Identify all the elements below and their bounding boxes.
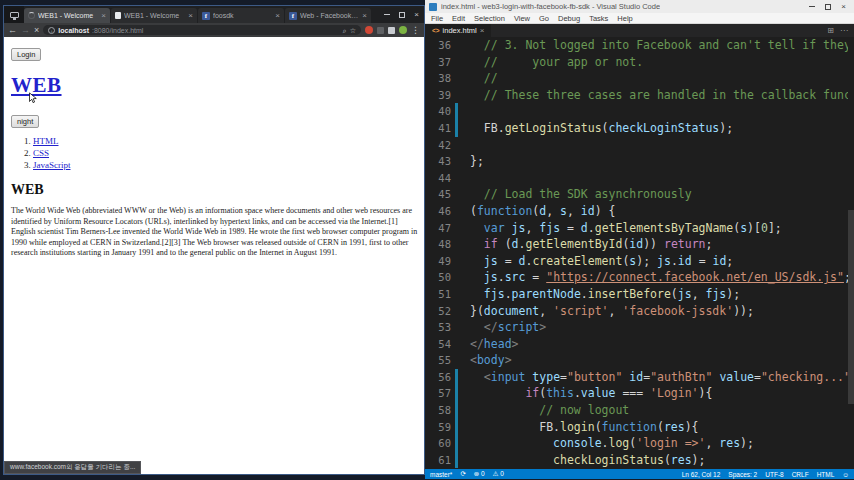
tab-title: WEB1 - Welcome (38, 12, 98, 19)
editor-tab-index-html[interactable]: <> index.html × (425, 24, 491, 37)
line-number: 47 (425, 220, 455, 237)
minimize-icon[interactable] (379, 6, 394, 23)
line-number: 56 (425, 369, 455, 386)
page-nav-link[interactable]: HTML (33, 136, 59, 146)
code-text: var js, fjs = d.getElementsByTagName(s)[… (470, 220, 782, 237)
git-modified-marker (455, 352, 458, 369)
git-modified-marker (455, 220, 458, 237)
menu-selection[interactable]: Selection (474, 14, 505, 23)
git-modified-marker (455, 253, 458, 270)
git-modified-marker (455, 435, 458, 452)
menu-tasks[interactable]: Tasks (589, 14, 608, 23)
forward-icon[interactable]: → (21, 26, 30, 35)
browser-window: WEB1 - Welcome×WEB1 - Welcome×ffoosdk×fW… (3, 5, 425, 475)
code-line: 45 // Load the SDK asynchronously (425, 186, 854, 203)
editor-tab-label: index.html (443, 26, 477, 35)
tab-close-icon[interactable]: × (362, 11, 367, 20)
code-line: 48 if (d.getElementById(id)) return; (425, 236, 854, 253)
menu-go[interactable]: Go (539, 14, 549, 23)
code-text: <input type="button" id="authBtn" value=… (470, 369, 854, 386)
sync-icon[interactable]: ⟳ (460, 470, 465, 478)
page-paragraph: The World Wide Web (abbreviated WWW or t… (11, 206, 419, 259)
code-line: 39 // These three cases are handled in t… (425, 87, 854, 104)
code-line: 38 // (425, 70, 854, 87)
page-nav-link[interactable]: JavaScript (33, 160, 71, 170)
loader-icon (28, 12, 35, 19)
errors-indicator[interactable]: ⊗ 0 (474, 470, 485, 478)
tab-close-icon[interactable]: × (275, 11, 280, 20)
zoom-icon[interactable]: ⌕ (343, 27, 347, 34)
vscode-logo-icon (429, 3, 437, 11)
line-number: 59 (425, 419, 455, 436)
tab-close-icon[interactable]: × (480, 26, 485, 35)
line-number: 51 (425, 286, 455, 303)
browser-tab[interactable]: WEB1 - Welcome× (111, 8, 197, 23)
browser-tab[interactable]: WEB1 - Welcome× (24, 8, 110, 23)
line-number: 58 (425, 402, 455, 419)
code-line: 36 // 3. Not logged into Facebook and ca… (425, 37, 854, 54)
statusbar-item[interactable]: HTML (817, 471, 835, 478)
close-icon[interactable]: × (409, 6, 424, 23)
stop-icon[interactable]: × (34, 26, 39, 35)
menu-view[interactable]: View (514, 14, 530, 23)
line-number: 49 (425, 253, 455, 270)
vscode-minimize-icon[interactable] (809, 6, 815, 7)
address-bar[interactable]: i localhost:8080/index.html ⌕ ☆ (43, 25, 361, 35)
bookmark-star-icon[interactable]: ☆ (350, 27, 356, 34)
code-editor[interactable]: 36 // 3. Not logged into Facebook and ca… (425, 37, 854, 469)
code-text: // Load the SDK asynchronously (470, 186, 692, 203)
browser-tab[interactable]: fWeb - Facebook Login× (285, 8, 371, 23)
code-line: 43}; (425, 153, 854, 170)
vscode-close-icon[interactable]: × (841, 3, 846, 11)
page-nav-link[interactable]: CSS (33, 148, 49, 158)
tab-close-icon[interactable]: × (101, 11, 106, 20)
info-icon[interactable]: i (48, 27, 55, 34)
line-number: 46 (425, 203, 455, 220)
editor-more-actions-icon[interactable]: ⋯ (840, 26, 848, 35)
line-number: 36 (425, 37, 455, 54)
vscode-maximize-icon[interactable] (825, 4, 831, 10)
statusbar-item[interactable]: CRLF (792, 471, 809, 478)
url-path: :8080/index.html (92, 27, 143, 34)
line-number: 41 (425, 120, 455, 137)
statusbar-item[interactable]: Spaces: 2 (728, 471, 757, 478)
extension-gray-icon[interactable] (377, 27, 384, 34)
code-text: fjs.parentNode.insertBefore(js, fjs); (470, 286, 740, 303)
line-number: 48 (425, 236, 455, 253)
split-editor-icon[interactable]: ⊞ (827, 26, 834, 35)
code-text: </script> (470, 319, 546, 336)
extension-square-icon[interactable] (388, 27, 395, 34)
url-host: localhost (58, 27, 89, 34)
git-modified-marker (455, 153, 458, 170)
tab-close-icon[interactable]: × (188, 11, 193, 20)
maximize-icon[interactable] (394, 6, 409, 23)
menu-edit[interactable]: Edit (452, 14, 465, 23)
code-line: 52}(document, 'script', 'facebook-jssdk'… (425, 303, 854, 320)
browser-menu-icon[interactable]: ⋮ (411, 26, 420, 35)
extension-green-icon[interactable] (399, 26, 407, 34)
code-text: }(document, 'script', 'facebook-jssdk'))… (470, 303, 754, 320)
scrollbar-thumb[interactable] (848, 210, 854, 404)
git-modified-marker (455, 87, 458, 104)
statusbar-item[interactable]: Ln 62, Col 12 (682, 471, 721, 478)
statusbar-item[interactable]: UTF-8 (765, 471, 783, 478)
menu-debug[interactable]: Debug (558, 14, 580, 23)
browser-tab[interactable]: ffoosdk× (198, 8, 284, 23)
editor-scrollbar[interactable] (848, 37, 854, 469)
code-line: 47 var js, fjs = d.getElementsByTagName(… (425, 220, 854, 237)
night-button[interactable]: night (11, 115, 39, 128)
feedback-smiley-icon[interactable]: ☺ (842, 471, 849, 478)
vscode-window-title: index.html - web3-login-with-facebook-fb… (441, 2, 660, 11)
back-icon[interactable]: ← (8, 26, 17, 35)
vscode-menubar: FileEditSelectionViewGoDebugTasksHelp (425, 13, 854, 24)
git-branch-indicator[interactable]: master* (430, 471, 452, 478)
browser-status-text: www.facebook.com의 응답을 기다리는 중... (4, 461, 141, 474)
warnings-indicator[interactable]: ⚠ 0 (493, 470, 504, 478)
menu-help[interactable]: Help (617, 14, 632, 23)
git-modified-marker (455, 319, 458, 336)
menu-file[interactable]: File (431, 14, 443, 23)
login-button[interactable]: Login (11, 48, 41, 61)
line-number: 40 (425, 103, 455, 120)
extension-red-icon[interactable] (365, 26, 373, 34)
line-number: 39 (425, 87, 455, 104)
